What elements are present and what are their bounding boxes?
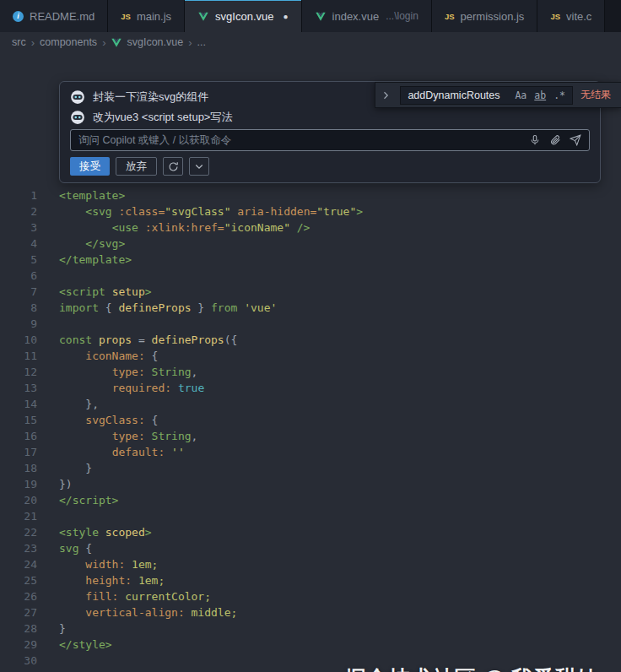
code-line[interactable]: 16 type: String,: [0, 428, 621, 444]
tab-permission.js[interactable]: JSpermission.js: [432, 0, 537, 32]
vscode-window: iREADME.mdJSmain.jssvgIcon.vue●index.vue…: [0, 0, 621, 672]
code-line[interactable]: 1<template>: [0, 187, 621, 203]
code-line[interactable]: 20</script>: [0, 492, 621, 508]
code-line[interactable]: 17 default: '': [0, 444, 621, 460]
line-text: svg {: [37, 540, 92, 556]
tab-vite.c[interactable]: JSvite.c: [537, 0, 605, 32]
line-number: 9: [0, 316, 37, 332]
line-text: iconName: {: [37, 348, 158, 364]
tab-bar: iREADME.mdJSmain.jssvgIcon.vue●index.vue…: [0, 0, 621, 32]
code-line[interactable]: 28}: [0, 621, 621, 637]
breadcrumb: src›components›svgIcon.vue›...: [0, 32, 621, 52]
breadcrumb-label: components: [40, 36, 97, 48]
line-text: fill: currentColor;: [37, 588, 211, 604]
tab-svgIcon.vue[interactable]: svgIcon.vue●: [185, 0, 301, 32]
line-text: height: 1em;: [37, 572, 165, 588]
line-number: 17: [0, 444, 37, 460]
line-text: const props = defineProps({: [37, 332, 237, 348]
code-area[interactable]: 1<template>2 <svg :class="svgClass" aria…: [0, 187, 621, 669]
code-line[interactable]: 22<style scoped>: [0, 524, 621, 540]
breadcrumb-separator: ›: [31, 36, 35, 49]
line-number: 21: [0, 508, 37, 524]
line-number: 11: [0, 348, 37, 364]
code-line[interactable]: 2 <svg :class="svgClass" aria-hidden="tr…: [0, 203, 621, 219]
tab-README.md[interactable]: iREADME.md: [0, 0, 108, 32]
code-line[interactable]: 18 }: [0, 460, 621, 476]
breadcrumb-item-...[interactable]: ...: [197, 36, 206, 48]
code-line[interactable]: 21: [0, 508, 621, 524]
line-number: 3: [0, 219, 37, 236]
code-line[interactable]: 5</template>: [0, 252, 621, 268]
regenerate-button[interactable]: [163, 157, 183, 176]
code-line[interactable]: 15 svgClass: {: [0, 412, 621, 428]
send-icon[interactable]: [570, 134, 581, 146]
paperclip-icon[interactable]: [549, 134, 561, 146]
line-number: 8: [0, 300, 37, 316]
line-text: [37, 508, 59, 524]
line-text: width: 1em;: [37, 556, 158, 572]
chevron-down-button[interactable]: [189, 157, 209, 176]
line-text: },: [37, 396, 99, 412]
code-line[interactable]: 11 iconName: {: [0, 348, 621, 364]
line-text: [37, 316, 59, 332]
code-line[interactable]: 19}): [0, 476, 621, 492]
line-text: }): [37, 476, 73, 492]
line-number: 22: [0, 524, 37, 540]
code-line[interactable]: 26 fill: currentColor;: [0, 588, 621, 604]
tab-label: vite.c: [566, 10, 591, 23]
code-line[interactable]: 25 height: 1em;: [0, 572, 621, 588]
line-number: 2: [0, 203, 37, 219]
line-number: 10: [0, 332, 37, 348]
code-line[interactable]: 14 },: [0, 396, 621, 412]
line-text: </template>: [37, 252, 132, 268]
code-line[interactable]: 3 <use :xlink:href="iconName" />: [0, 219, 621, 236]
line-text: <svg :class="svgClass" aria-hidden="true…: [37, 203, 363, 219]
discard-button[interactable]: 放弃: [116, 157, 157, 176]
code-line[interactable]: 24 width: 1em;: [0, 556, 621, 572]
breadcrumb-item-components[interactable]: components: [40, 36, 97, 48]
code-line[interactable]: 23svg {: [0, 540, 621, 556]
code-line[interactable]: 7<script setup>: [0, 284, 621, 300]
line-text: vertical-align: middle;: [37, 604, 237, 621]
copilot-input[interactable]: 询问 Copilot 或键入 / 以获取命令: [70, 129, 590, 151]
find-query-text: addDynamicRoutes: [408, 89, 507, 101]
tab-index.vue[interactable]: index.vue...\login: [302, 0, 432, 32]
copilot-actions: 接受 放弃: [70, 157, 590, 176]
microphone-icon[interactable]: [529, 134, 541, 146]
code-line[interactable]: 13 required: true: [0, 380, 621, 396]
line-number: 7: [0, 284, 37, 300]
breadcrumb-item-src[interactable]: src: [12, 36, 26, 48]
accept-button[interactable]: 接受: [70, 157, 110, 176]
line-number: 20: [0, 492, 37, 508]
circle-dot-icon[interactable]: ●: [283, 12, 288, 21]
code-line[interactable]: 27 vertical-align: middle;: [0, 604, 621, 621]
code-line[interactable]: 6: [0, 268, 621, 284]
line-number: 24: [0, 556, 37, 572]
regex-toggle[interactable]: .*: [554, 89, 565, 101]
breadcrumb-label: src: [12, 36, 26, 48]
chevron-right-icon[interactable]: [379, 89, 392, 102]
code-line[interactable]: 30: [0, 653, 621, 669]
whole-word-toggle[interactable]: ab: [534, 89, 546, 101]
vue-icon: [197, 11, 209, 22]
line-number: 26: [0, 588, 37, 604]
tab-label: index.vue: [332, 10, 380, 23]
code-line[interactable]: 8import { defineProps } from 'vue': [0, 300, 621, 316]
line-text: import { defineProps } from 'vue': [37, 300, 277, 316]
line-number: 15: [0, 412, 37, 428]
code-line[interactable]: 12 type: String,: [0, 364, 621, 380]
js-icon: JS: [121, 12, 131, 21]
breadcrumb-item-svgIcon.vue[interactable]: svgIcon.vue: [111, 36, 183, 48]
code-line[interactable]: 9: [0, 316, 621, 332]
breadcrumb-separator: ›: [102, 36, 105, 49]
code-line[interactable]: 29</style>: [0, 637, 621, 653]
find-input[interactable]: addDynamicRoutes Aa ab .*: [400, 86, 573, 105]
match-case-toggle[interactable]: Aa: [515, 89, 526, 101]
line-text: default: '': [37, 444, 185, 460]
tab-main.js[interactable]: JSmain.js: [108, 0, 185, 32]
code-line[interactable]: 4 </svg>: [0, 236, 621, 252]
line-text: }: [37, 621, 66, 637]
code-line[interactable]: 10const props = defineProps({: [0, 332, 621, 348]
line-text: [37, 653, 59, 669]
vue-icon: [315, 11, 327, 22]
